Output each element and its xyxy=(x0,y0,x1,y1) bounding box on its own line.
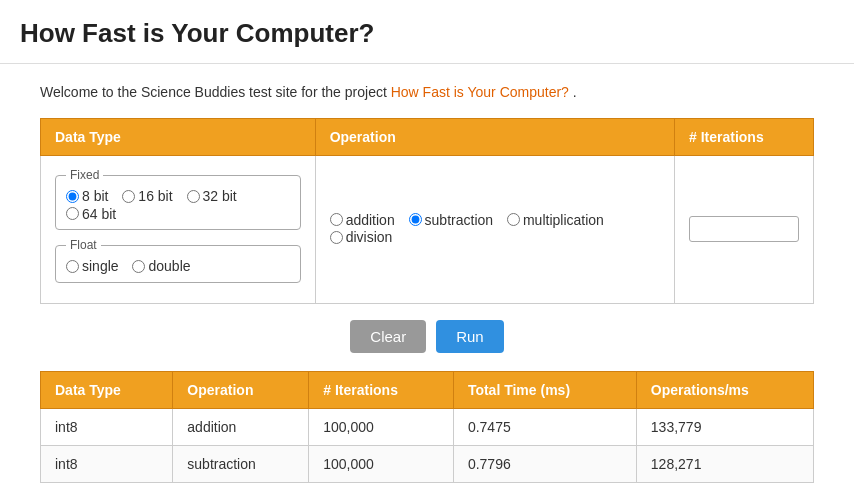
config-header-datatype: Data Type xyxy=(41,119,316,156)
config-operation-cell: addition subtraction multiplication xyxy=(315,156,674,304)
table-cell: subtraction xyxy=(173,445,309,482)
radio-division[interactable]: division xyxy=(330,229,393,245)
float-group: Float single double xyxy=(55,238,301,283)
radio-single-input[interactable] xyxy=(66,260,79,273)
clear-button[interactable]: Clear xyxy=(350,320,426,353)
radio-addition[interactable]: addition xyxy=(330,212,395,228)
table-cell: 0.7475 xyxy=(453,408,636,445)
radio-double[interactable]: double xyxy=(132,258,190,274)
radio-division-label: division xyxy=(346,229,393,245)
radio-16bit[interactable]: 16 bit xyxy=(122,188,172,204)
radio-subtraction-input[interactable] xyxy=(409,213,422,226)
fixed-group: Fixed 8 bit 16 bit 32 bit xyxy=(55,168,301,230)
radio-32bit[interactable]: 32 bit xyxy=(187,188,237,204)
results-header-time: Total Time (ms) xyxy=(453,371,636,408)
radio-64bit-label: 64 bit xyxy=(82,206,116,222)
radio-subtraction[interactable]: subtraction xyxy=(409,212,493,228)
table-row: int8addition100,0000.7475133,779 xyxy=(41,408,814,445)
table-cell: 100,000 xyxy=(309,445,454,482)
radio-32bit-label: 32 bit xyxy=(203,188,237,204)
radio-8bit-label: 8 bit xyxy=(82,188,108,204)
radio-double-input[interactable] xyxy=(132,260,145,273)
config-datatype-cell: Fixed 8 bit 16 bit 32 bit xyxy=(41,156,316,304)
radio-division-input[interactable] xyxy=(330,231,343,244)
table-cell: 100,000 xyxy=(309,408,454,445)
radio-double-label: double xyxy=(148,258,190,274)
fixed-legend: Fixed xyxy=(66,168,103,182)
results-header-ops: Operations/ms xyxy=(636,371,813,408)
run-button[interactable]: Run xyxy=(436,320,504,353)
table-row: int8subtraction100,0000.7796128,271 xyxy=(41,445,814,482)
page-title: How Fast is Your Computer? xyxy=(0,0,854,64)
iterations-input[interactable] xyxy=(689,216,799,242)
radio-8bit-input[interactable] xyxy=(66,190,79,203)
table-cell: int8 xyxy=(41,445,173,482)
buttons-row: Clear Run xyxy=(40,320,814,353)
radio-16bit-input[interactable] xyxy=(122,190,135,203)
radio-multiplication-label: multiplication xyxy=(523,212,604,228)
table-cell: 128,271 xyxy=(636,445,813,482)
float-legend: Float xyxy=(66,238,101,252)
radio-single-label: single xyxy=(82,258,119,274)
results-table: Data Type Operation # Iterations Total T… xyxy=(40,371,814,483)
radio-single[interactable]: single xyxy=(66,258,119,274)
intro-text: Welcome to the Science Buddies test site… xyxy=(40,84,814,100)
app: How Fast is Your Computer? Welcome to th… xyxy=(0,0,854,503)
intro-prefix: Welcome to the Science Buddies test site… xyxy=(40,84,391,100)
radio-subtraction-label: subtraction xyxy=(425,212,493,228)
config-header-iterations: # Iterations xyxy=(674,119,813,156)
radio-8bit[interactable]: 8 bit xyxy=(66,188,108,204)
config-iterations-cell xyxy=(674,156,813,304)
results-header-datatype: Data Type xyxy=(41,371,173,408)
radio-multiplication[interactable]: multiplication xyxy=(507,212,604,228)
radio-32bit-input[interactable] xyxy=(187,190,200,203)
table-cell: addition xyxy=(173,408,309,445)
config-table: Data Type Operation # Iterations Fixed 8… xyxy=(40,118,814,304)
table-cell: int8 xyxy=(41,408,173,445)
radio-16bit-label: 16 bit xyxy=(138,188,172,204)
intro-suffix: . xyxy=(573,84,577,100)
radio-64bit-input[interactable] xyxy=(66,207,79,220)
results-header-operation: Operation xyxy=(173,371,309,408)
radio-64bit[interactable]: 64 bit xyxy=(66,206,116,222)
table-cell: 133,779 xyxy=(636,408,813,445)
content-area: Welcome to the Science Buddies test site… xyxy=(0,64,854,503)
results-header-iterations: # Iterations xyxy=(309,371,454,408)
intro-link[interactable]: How Fast is Your Computer? xyxy=(391,84,569,100)
radio-addition-input[interactable] xyxy=(330,213,343,226)
table-cell: 0.7796 xyxy=(453,445,636,482)
config-header-operation: Operation xyxy=(315,119,674,156)
radio-multiplication-input[interactable] xyxy=(507,213,520,226)
radio-addition-label: addition xyxy=(346,212,395,228)
